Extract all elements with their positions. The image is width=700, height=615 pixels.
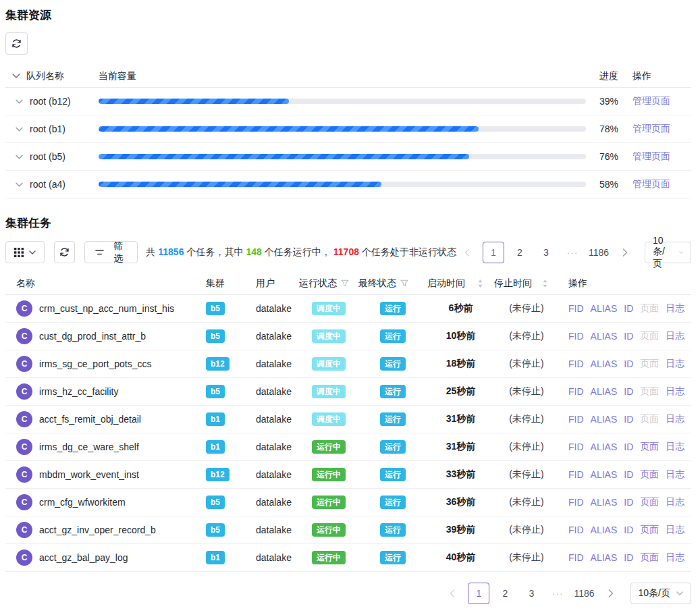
resources-rows: root (b12) 39% 管理页面 root (b1) 78% 管理页面 <box>5 88 691 198</box>
pagination-ellipsis[interactable]: ··· <box>562 242 583 263</box>
log-link[interactable]: 日志 <box>666 302 684 315</box>
page-link[interactable]: 页面 <box>640 469 659 481</box>
fid-link[interactable]: FID <box>568 497 584 508</box>
fid-link[interactable]: FID <box>568 552 584 563</box>
alias-link[interactable]: ALIAS <box>591 386 618 397</box>
sort-carets-icon[interactable] <box>477 279 483 288</box>
id-link[interactable]: ID <box>624 469 633 480</box>
id-link[interactable]: ID <box>624 414 633 425</box>
refresh-icon <box>11 38 22 49</box>
alias-link[interactable]: ALIAS <box>591 525 618 535</box>
expand-chevron-icon[interactable] <box>16 127 23 132</box>
page-link[interactable]: 页面 <box>640 330 659 342</box>
log-link[interactable]: 日志 <box>666 441 684 453</box>
sort-carets-icon[interactable] <box>542 279 548 288</box>
page-link[interactable]: 页面 <box>640 552 659 564</box>
pagination-ellipsis[interactable]: ··· <box>547 583 568 604</box>
id-link[interactable]: ID <box>624 331 633 342</box>
alias-link[interactable]: ALIAS <box>591 414 618 425</box>
manage-page-link[interactable]: 管理页面 <box>632 123 670 134</box>
page-button-3[interactable]: 3 <box>520 583 542 604</box>
user: datalake <box>256 442 299 452</box>
manage-page-link[interactable]: 管理页面 <box>632 151 670 161</box>
id-link[interactable]: ID <box>624 386 633 397</box>
log-link[interactable]: 日志 <box>666 385 684 398</box>
chevron-down-icon <box>676 591 683 595</box>
page-button-3[interactable]: 3 <box>535 242 557 263</box>
summary-text: 个任务，其中 <box>186 246 243 257</box>
page-button-2[interactable]: 2 <box>509 242 531 263</box>
filter-funnel-icon[interactable] <box>341 279 349 287</box>
log-link[interactable]: 日志 <box>666 330 684 342</box>
fid-link[interactable]: FID <box>568 525 584 535</box>
refresh-tasks-button[interactable] <box>54 241 75 263</box>
id-link[interactable]: ID <box>624 525 633 535</box>
page-link[interactable]: 页面 <box>640 358 659 370</box>
alias-link[interactable]: ALIAS <box>591 552 618 563</box>
id-link[interactable]: ID <box>624 303 633 314</box>
col-start-time: 启动时间 <box>427 277 494 290</box>
fid-link[interactable]: FID <box>568 386 584 397</box>
expand-all-chevron-icon[interactable] <box>12 74 20 78</box>
id-link[interactable]: ID <box>624 552 633 563</box>
page-button-1[interactable]: 1 <box>483 242 504 263</box>
page-button-1[interactable]: 1 <box>468 583 489 604</box>
id-link[interactable]: ID <box>624 497 633 508</box>
filter-funnel-icon[interactable] <box>400 279 408 287</box>
col-queue-name: 队列名称 <box>26 70 64 82</box>
fid-link[interactable]: FID <box>568 303 584 314</box>
alias-link[interactable]: ALIAS <box>591 303 618 314</box>
log-link[interactable]: 日志 <box>666 358 684 370</box>
prev-page-button[interactable] <box>456 242 478 263</box>
page-size-select[interactable]: 10条/页 <box>645 242 691 263</box>
alias-link[interactable]: ALIAS <box>591 358 618 369</box>
page-button-last[interactable]: 1186 <box>588 242 610 263</box>
queue-name: root (b1) <box>30 124 65 134</box>
fid-link[interactable]: FID <box>568 331 584 342</box>
log-link[interactable]: 日志 <box>666 552 684 564</box>
alias-link[interactable]: ALIAS <box>591 442 618 452</box>
alias-link[interactable]: ALIAS <box>591 331 618 342</box>
queue-name: root (b12) <box>30 96 71 107</box>
page-link[interactable]: 页面 <box>640 413 659 425</box>
log-link[interactable]: 日志 <box>666 469 684 481</box>
page-button-2[interactable]: 2 <box>494 583 516 604</box>
cluster-resources-section: 集群资源 队列名称 当前容量 进度 操作 <box>5 9 691 198</box>
start-time: 10秒前 <box>427 330 494 342</box>
page-link[interactable]: 页面 <box>640 385 659 398</box>
progress-bar <box>99 154 586 159</box>
id-link[interactable]: ID <box>624 358 633 369</box>
expand-chevron-icon[interactable] <box>16 182 23 187</box>
col-action: 操作 <box>618 70 691 82</box>
prev-page-button[interactable] <box>441 583 463 604</box>
progress-fill <box>99 126 479 132</box>
next-page-button[interactable] <box>600 583 622 604</box>
expand-chevron-icon[interactable] <box>16 99 23 104</box>
fid-link[interactable]: FID <box>568 414 584 425</box>
expand-chevron-icon[interactable] <box>16 155 23 159</box>
page-link[interactable]: 页面 <box>640 496 659 508</box>
log-link[interactable]: 日志 <box>666 413 684 425</box>
refresh-button[interactable] <box>5 32 28 55</box>
task-summary: 共11856个任务，其中148个任务运行中，11708个任务处于非运行状态 <box>146 246 456 259</box>
page-size-select[interactable]: 10条/页 <box>630 583 691 604</box>
progress-fill <box>99 182 381 187</box>
next-page-button[interactable] <box>614 242 636 263</box>
fid-link[interactable]: FID <box>568 469 584 480</box>
alias-link[interactable]: ALIAS <box>591 497 618 508</box>
alias-link[interactable]: ALIAS <box>591 469 618 480</box>
manage-page-link[interactable]: 管理页面 <box>632 178 670 189</box>
final-state-badge: 运行 <box>380 302 406 315</box>
id-link[interactable]: ID <box>624 442 633 452</box>
page-button-last[interactable]: 1186 <box>573 583 595 604</box>
page-link[interactable]: 页面 <box>640 441 659 453</box>
manage-page-link[interactable]: 管理页面 <box>632 95 670 106</box>
fid-link[interactable]: FID <box>568 442 584 452</box>
log-link[interactable]: 日志 <box>666 524 684 536</box>
column-settings-button[interactable] <box>5 241 45 263</box>
filter-button[interactable]: 筛选 <box>84 241 138 263</box>
page-link[interactable]: 页面 <box>640 302 659 315</box>
fid-link[interactable]: FID <box>568 358 584 369</box>
log-link[interactable]: 日志 <box>666 496 684 508</box>
page-link[interactable]: 页面 <box>640 524 659 536</box>
